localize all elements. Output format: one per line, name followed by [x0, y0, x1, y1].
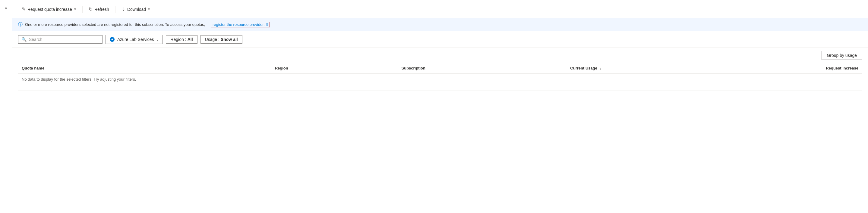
- filter-row: 🔍 Azure Lab Services ⌄ Region : All: [12, 31, 868, 48]
- usage-filter-value: Show all: [221, 37, 238, 42]
- col-current-usage-header[interactable]: Current Usage ↓: [566, 63, 735, 74]
- region-filter-value: All: [188, 37, 193, 42]
- col-region-label: Region: [275, 66, 288, 70]
- empty-message: No data to display for the selected filt…: [18, 74, 862, 84]
- request-quota-chevron: ∨: [74, 7, 76, 11]
- refresh-icon: ↻: [89, 6, 93, 12]
- edit-icon: ✎: [22, 6, 26, 12]
- sort-descending-icon: ↓: [600, 67, 601, 70]
- group-by-row: Group by usage: [12, 48, 868, 63]
- table-container: Quota name Region Subscription Current U…: [12, 63, 868, 213]
- download-button[interactable]: ⇓ Download ∨: [118, 4, 154, 14]
- refresh-button[interactable]: ↻ Refresh: [85, 4, 113, 14]
- empty-message-row: No data to display for the selected filt…: [18, 74, 862, 84]
- toolbar-divider-1: [82, 6, 83, 13]
- table-header: Quota name Region Subscription Current U…: [18, 63, 862, 74]
- col-subscription-label: Subscription: [402, 66, 425, 70]
- usage-filter-key: Usage: [205, 37, 217, 42]
- table-header-row: Quota name Region Subscription Current U…: [18, 63, 862, 74]
- col-subscription-header: Subscription: [398, 63, 567, 74]
- col-region-header: Region: [271, 63, 398, 74]
- col-request-increase-header: Request Increase: [735, 63, 862, 74]
- request-quota-button[interactable]: ✎ Request quota increase ∨: [18, 4, 80, 14]
- col-quota-name-header: Quota name: [18, 63, 271, 74]
- region-filter-sep: :: [185, 37, 186, 42]
- azure-lab-services-icon: [110, 37, 115, 42]
- search-box[interactable]: 🔍: [18, 35, 102, 44]
- region-filter-key: Region: [170, 37, 184, 42]
- page-container: » ✎ Request quota increase ∨ ↻ Refresh ⇓…: [0, 0, 868, 213]
- toolbar-divider-2: [115, 6, 116, 13]
- col-request-increase-label: Request Increase: [826, 66, 858, 70]
- search-input[interactable]: [29, 37, 99, 42]
- col-quota-name-label: Quota name: [22, 66, 44, 70]
- register-provider-link[interactable]: register the resource provider. ⧉: [211, 22, 270, 27]
- register-link-text: register the resource provider.: [213, 22, 265, 27]
- info-banner: ⓘ One or more resource providers selecte…: [12, 18, 868, 31]
- service-dropdown[interactable]: Azure Lab Services ⌄: [105, 35, 163, 44]
- info-icon: ⓘ: [18, 22, 23, 27]
- bottom-divider: [18, 91, 862, 91]
- main-content: ✎ Request quota increase ∨ ↻ Refresh ⇓ D…: [12, 0, 868, 213]
- sidebar-toggle[interactable]: »: [0, 0, 12, 213]
- toolbar: ✎ Request quota increase ∨ ↻ Refresh ⇓ D…: [12, 0, 868, 18]
- table-body: No data to display for the selected filt…: [18, 74, 862, 84]
- group-by-usage-button[interactable]: Group by usage: [822, 51, 862, 60]
- svg-point-1: [112, 39, 113, 40]
- download-chevron: ∨: [148, 7, 150, 11]
- download-label: Download: [127, 7, 146, 12]
- usage-filter-chip[interactable]: Usage : Show all: [200, 35, 242, 44]
- download-icon: ⇓: [122, 6, 125, 12]
- sidebar-collapse-icon[interactable]: »: [5, 5, 7, 10]
- request-quota-label: Request quota increase: [27, 7, 72, 12]
- dropdown-chevron-icon: ⌄: [156, 38, 159, 41]
- group-by-label: Group by usage: [827, 53, 857, 58]
- search-icon: 🔍: [22, 37, 27, 42]
- refresh-label: Refresh: [94, 7, 109, 12]
- usage-filter-sep: :: [218, 37, 219, 42]
- region-filter-chip[interactable]: Region : All: [166, 35, 197, 44]
- service-name-label: Azure Lab Services: [117, 37, 154, 42]
- col-current-usage-label: Current Usage: [570, 66, 597, 70]
- quota-table: Quota name Region Subscription Current U…: [18, 63, 862, 84]
- info-message-before: One or more resource providers selected …: [25, 22, 205, 27]
- external-link-icon: ⧉: [266, 23, 268, 27]
